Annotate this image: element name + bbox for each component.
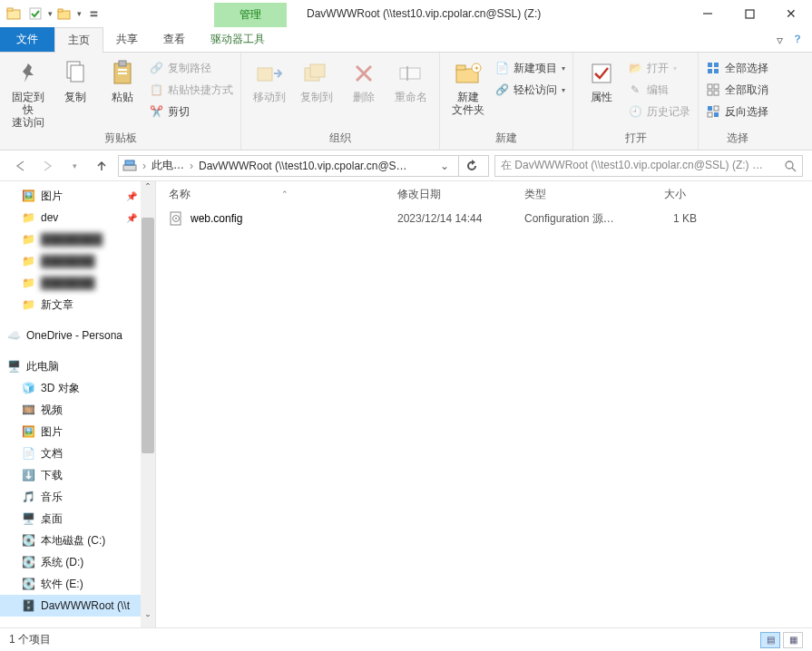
newfolder-button[interactable]: ✦ 新建 文件夹 — [447, 56, 489, 116]
tree-pics[interactable]: 🖼️图片 — [0, 421, 155, 442]
tree-pictures[interactable]: 🖼️图片📌 — [0, 185, 155, 207]
forward-button[interactable] — [36, 155, 58, 177]
col-date[interactable]: 修改日期 — [397, 187, 524, 202]
scrollbar-thumb[interactable] — [142, 218, 154, 453]
edit-icon: ✎ — [628, 83, 642, 97]
easyaccess-icon: 🔗 — [494, 83, 509, 97]
context-tab-manage[interactable]: 管理 — [214, 3, 287, 27]
tree-blur1[interactable]: 📁████████ — [0, 228, 155, 250]
search-input[interactable]: 在 DavWWWRoot (\\test10.vip.cpolar.cn@SSL… — [494, 155, 803, 177]
maximize-button[interactable] — [729, 0, 770, 27]
nav-tree[interactable]: 🖼️图片📌 📁dev📌 📁████████ 📁███████ 📁███████ … — [0, 181, 156, 627]
delete-icon — [349, 59, 378, 88]
open-button[interactable]: 📂 打开▾ — [628, 58, 690, 78]
tree-onedrive[interactable]: ☁️OneDrive - Persona — [0, 325, 155, 346]
window-controls: ✕ — [687, 0, 812, 27]
tree-drive-c[interactable]: 💽本地磁盘 (C:) — [0, 530, 155, 551]
selectnone-button[interactable]: 全部取消 — [706, 80, 768, 100]
pin-quickaccess-button[interactable]: 固定到快 速访问 — [7, 56, 49, 129]
svg-rect-10 — [119, 61, 126, 66]
tree-newarticle[interactable]: 📁新文章 — [0, 294, 155, 316]
tab-view[interactable]: 查看 — [151, 27, 198, 52]
properties-button[interactable]: 属性 — [581, 56, 622, 103]
qat-newfolder-icon[interactable] — [54, 4, 74, 24]
refresh-button[interactable] — [458, 156, 484, 176]
address-dropdown[interactable]: ⌄ — [436, 160, 453, 172]
history-button[interactable]: 🕘 历史记录 — [628, 102, 690, 121]
qat-dd-1[interactable]: ▾ — [48, 9, 53, 18]
recent-button[interactable]: ▾ — [64, 155, 85, 177]
breadcrumb[interactable]: › 此电… › DavWWWRoot (\\test10.vip.cpolar.… — [118, 155, 489, 177]
folder-icon: 📁 — [22, 211, 35, 224]
chevron-down-icon[interactable]: ▾ — [77, 9, 82, 18]
edit-button[interactable]: ✎ 编辑 — [628, 80, 690, 100]
search-icon — [784, 160, 797, 172]
crumb-sep: › — [190, 160, 193, 172]
view-thumbnails-button[interactable]: ▦ — [783, 632, 803, 648]
qat-customize-icon[interactable]: 〓 — [83, 4, 103, 24]
tree-music[interactable]: 🎵音乐 — [0, 486, 155, 508]
tree-drive-e[interactable]: 💽软件 (E:) — [0, 573, 155, 595]
tree-scrollbar[interactable]: ˆ ˇ — [141, 181, 155, 627]
col-type[interactable]: 类型 — [524, 187, 633, 202]
address-bar: ▾ › 此电… › DavWWWRoot (\\test10.vip.cpola… — [0, 151, 812, 181]
scroll-down-icon[interactable]: ˇ — [141, 613, 155, 627]
copypath-button[interactable]: 🔗 复制路径 — [149, 58, 233, 78]
paste-button[interactable]: 粘贴 — [102, 56, 143, 103]
svg-rect-19 — [456, 65, 465, 70]
qat-properties-icon[interactable] — [25, 4, 45, 24]
tree-3dobjects[interactable]: 🧊3D 对象 — [0, 377, 155, 399]
cube-icon: 🧊 — [22, 382, 35, 394]
tree-dev[interactable]: 📁dev📌 — [0, 207, 155, 228]
moveto-button[interactable]: 移动到 — [249, 56, 290, 103]
tree-downloads[interactable]: ⬇️下载 — [0, 464, 155, 486]
scroll-up-icon[interactable]: ˆ — [141, 181, 155, 196]
view-details-button[interactable]: ▤ — [760, 632, 780, 648]
tab-share[interactable]: 共享 — [103, 27, 151, 52]
tree-videos[interactable]: 🎞️视频 — [0, 399, 155, 421]
rename-button[interactable]: 重命名 — [390, 56, 432, 103]
tree-blur2[interactable]: 📁███████ — [0, 250, 155, 272]
tree-drive-d[interactable]: 💽系统 (D:) — [0, 551, 155, 573]
back-button[interactable] — [9, 155, 31, 177]
easyaccess-button[interactable]: 🔗 轻松访问▾ — [494, 80, 565, 100]
close-button[interactable]: ✕ — [770, 0, 812, 27]
svg-rect-2 — [30, 8, 41, 19]
thumbnails-view-icon: ▦ — [789, 635, 797, 645]
maximize-icon — [745, 9, 755, 19]
copyto-button[interactable]: 复制到 — [296, 56, 338, 103]
ribbon: 固定到快 速访问 复制 粘贴 🔗 复制路径 📋 粘贴快捷方式 — [0, 53, 812, 151]
cut-button[interactable]: ✂️ 剪切 — [149, 102, 233, 121]
col-size[interactable]: 大小 — [633, 187, 697, 202]
tree-blur3[interactable]: 📁███████ — [0, 272, 155, 294]
tab-home[interactable]: 主页 — [54, 27, 103, 53]
tree-docs[interactable]: 📄文档 — [0, 442, 155, 464]
help-icon[interactable]: ？ — [792, 32, 803, 47]
newitem-button[interactable]: 📄 新建项目▾ — [494, 58, 565, 78]
crumb-current[interactable]: DavWWWRoot (\\test10.vip.cpolar.cn@S… — [199, 160, 407, 172]
ribbon-tabs: 文件 主页 共享 查看 驱动器工具 ▿ ？ — [0, 27, 812, 53]
invertselect-button[interactable]: 反向选择 — [706, 102, 768, 121]
tree-desktop[interactable]: 🖥️桌面 — [0, 508, 155, 530]
crumb-root[interactable]: 此电… — [152, 158, 184, 173]
tab-drivetools[interactable]: 驱动器工具 — [198, 27, 278, 52]
svg-rect-35 — [123, 165, 136, 170]
svg-text:✦: ✦ — [474, 64, 480, 73]
tab-file[interactable]: 文件 — [0, 27, 54, 52]
ribbon-collapse-icon[interactable]: ▿ — [777, 33, 783, 47]
delete-button[interactable]: 删除 — [343, 56, 385, 103]
folder-icon: 📁 — [22, 233, 35, 246]
selectall-button[interactable]: 全部选择 — [706, 58, 768, 78]
up-button[interactable] — [91, 155, 113, 177]
column-headers[interactable]: 名称⌃ 修改日期 类型 大小 — [156, 181, 812, 207]
copyto-icon — [302, 59, 331, 88]
moveto-icon — [255, 59, 284, 88]
minimize-button[interactable] — [687, 0, 729, 27]
tree-thispc[interactable]: 🖥️此电脑 — [0, 355, 155, 377]
svg-rect-24 — [714, 63, 719, 67]
col-name[interactable]: 名称⌃ — [169, 187, 397, 202]
pasteshortcut-button[interactable]: 📋 粘贴快捷方式 — [149, 80, 233, 100]
tree-netdrive[interactable]: 🗄️DavWWWRoot (\\t — [0, 595, 155, 617]
file-row[interactable]: web.config 2023/12/14 14:44 Configuratio… — [156, 207, 812, 230]
copy-button[interactable]: 复制 — [54, 56, 96, 103]
